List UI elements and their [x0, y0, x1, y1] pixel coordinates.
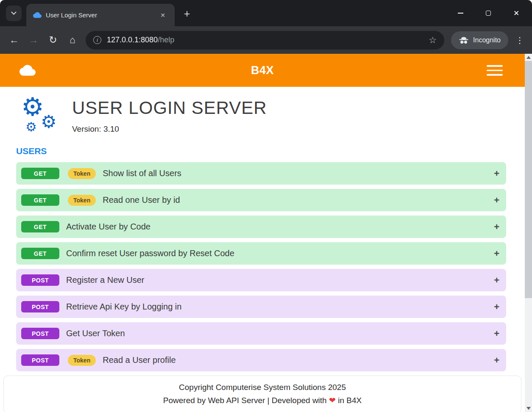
close-window-button[interactable]: ✕ — [502, 0, 530, 26]
navigation-bar: ← → ↻ ⌂ i 127.0.0.1:8080/help ☆ Incognit… — [0, 26, 532, 54]
plus-expand-icon[interactable]: + — [490, 248, 499, 259]
bookmark-star-icon[interactable]: ☆ — [429, 35, 437, 45]
method-badge: POST — [21, 274, 59, 286]
endpoint-label: Retrieve Api Key by Logging in — [66, 302, 490, 312]
gear-icon: ⚙ — [25, 121, 37, 133]
method-badge: GET — [21, 221, 59, 232]
plus-expand-icon[interactable]: + — [490, 195, 499, 206]
tab-title: User Login Server — [46, 11, 158, 19]
plus-expand-icon[interactable]: + — [490, 221, 499, 232]
gear-icon: ⚙ — [41, 113, 57, 131]
plus-expand-icon[interactable]: + — [490, 328, 499, 339]
page-scrollbar[interactable] — [525, 54, 532, 412]
title-row: ⚙ ⚙ ⚙ USER LOGIN SERVER Version: 3.10 — [16, 96, 506, 140]
window-controls: ✕ — [446, 0, 530, 26]
endpoint-label: Get User Token — [66, 329, 490, 338]
plus-expand-icon[interactable]: + — [490, 301, 499, 312]
tab-strip: User Login Server ✕ + ✕ — [0, 0, 532, 26]
scroll-down-icon — [526, 407, 531, 410]
browser-tab[interactable]: User Login Server ✕ — [26, 4, 175, 26]
title-block: USER LOGIN SERVER Version: 3.10 — [72, 96, 267, 134]
token-badge: Token — [68, 168, 96, 179]
method-badge: POST — [21, 301, 59, 312]
endpoint-row[interactable]: GET Token Show list of all Users + — [16, 162, 506, 185]
gears-logo-icon: ⚙ ⚙ ⚙ — [16, 96, 66, 140]
hamburger-bar — [487, 69, 503, 71]
url-host: 127.0.0.1:8080 — [107, 36, 158, 44]
incognito-label: Incognito — [473, 36, 501, 44]
footer-copyright: Copyright Computerise System Solutions 2… — [4, 383, 521, 392]
info-icon[interactable]: i — [93, 36, 101, 44]
endpoint-row[interactable]: POST Register a New User + — [16, 269, 506, 291]
method-badge: GET — [21, 168, 59, 179]
site-header: B4X — [0, 54, 525, 87]
endpoint-label: Show list of all Users — [103, 169, 490, 178]
cloud-logo-icon — [19, 64, 36, 77]
footer-text-after: in B4X — [338, 396, 362, 405]
hamburger-bar — [487, 74, 503, 76]
home-button[interactable]: ⌂ — [63, 30, 82, 50]
endpoint-label: Read one User by id — [103, 195, 490, 205]
main-content: ⚙ ⚙ ⚙ USER LOGIN SERVER Version: 3.10 US… — [0, 87, 525, 371]
scroll-up-button[interactable] — [525, 54, 532, 61]
new-tab-button[interactable]: + — [180, 6, 194, 21]
tab-search-button[interactable] — [6, 6, 22, 21]
endpoint-row[interactable]: POST Get User Token + — [16, 322, 506, 345]
plus-expand-icon[interactable]: + — [490, 355, 499, 366]
plus-expand-icon[interactable]: + — [490, 168, 499, 179]
version-label: Version: 3.10 — [72, 124, 267, 134]
plus-expand-icon[interactable]: + — [490, 275, 499, 286]
endpoint-label: Confirm reset User password by Reset Cod… — [66, 249, 490, 258]
tab-close-button[interactable]: ✕ — [158, 10, 168, 20]
url-text: 127.0.0.1:8080/help — [107, 36, 174, 44]
endpoint-label: Read a User profile — [103, 355, 490, 365]
method-badge: GET — [21, 248, 59, 259]
menu-kebab-icon[interactable]: ⋮ — [512, 30, 528, 50]
page-footer: Copyright Computerise System Solutions 2… — [3, 376, 521, 412]
browser-window: User Login Server ✕ + ✕ ← → ↻ ⌂ i 127.0.… — [0, 0, 532, 412]
section-heading-users: USERS — [16, 146, 506, 156]
forward-button[interactable]: → — [24, 30, 43, 50]
maximize-button[interactable] — [474, 0, 502, 26]
incognito-badge: Incognito — [451, 31, 508, 49]
method-badge: POST — [21, 354, 59, 366]
scroll-down-button[interactable] — [525, 405, 532, 412]
method-badge: GET — [21, 194, 59, 206]
heart-icon: ❤ — [329, 396, 336, 405]
endpoint-list: GET Token Show list of all Users + GET T… — [16, 162, 506, 371]
info-glyph: i — [97, 37, 98, 43]
endpoint-label: Activate User by Code — [66, 222, 490, 232]
reload-button[interactable]: ↻ — [43, 30, 63, 50]
footer-powered-by: Powered by Web API Server | Developed wi… — [4, 395, 521, 405]
scroll-up-icon — [526, 56, 531, 59]
close-icon: ✕ — [513, 9, 519, 18]
page-title: USER LOGIN SERVER — [72, 98, 267, 118]
chevron-down-icon — [11, 9, 17, 15]
endpoint-row[interactable]: GET Token Read one User by id + — [16, 189, 506, 211]
incognito-icon — [459, 36, 469, 44]
footer-text-before: Powered by Web API Server | Developed wi… — [163, 396, 327, 405]
hamburger-menu-icon[interactable] — [487, 65, 503, 76]
brand-title: B4X — [0, 64, 525, 77]
minimize-button[interactable] — [446, 0, 474, 26]
address-bar[interactable]: i 127.0.0.1:8080/help ☆ — [86, 31, 444, 50]
maximize-icon — [486, 11, 491, 16]
page-viewport: B4X ⚙ ⚙ ⚙ USER LOGIN SERVER Version: 3.1… — [0, 54, 525, 412]
method-badge: POST — [21, 328, 59, 339]
endpoint-label: Register a New User — [66, 275, 490, 285]
scrollbar-thumb[interactable] — [525, 61, 532, 298]
endpoint-row[interactable]: GET Confirm reset User password by Reset… — [16, 242, 506, 265]
endpoint-row[interactable]: GET Activate User by Code + — [16, 216, 506, 238]
minimize-icon — [458, 13, 463, 14]
back-button[interactable]: ← — [4, 30, 24, 50]
token-badge: Token — [68, 355, 96, 366]
token-badge: Token — [68, 195, 96, 206]
hamburger-bar — [487, 65, 503, 67]
endpoint-row[interactable]: POST Retrieve Api Key by Logging in + — [16, 296, 506, 318]
cloud-favicon-icon — [33, 12, 42, 18]
url-path: /help — [158, 36, 174, 44]
endpoint-row[interactable]: POST Token Read a User profile + — [16, 349, 506, 371]
